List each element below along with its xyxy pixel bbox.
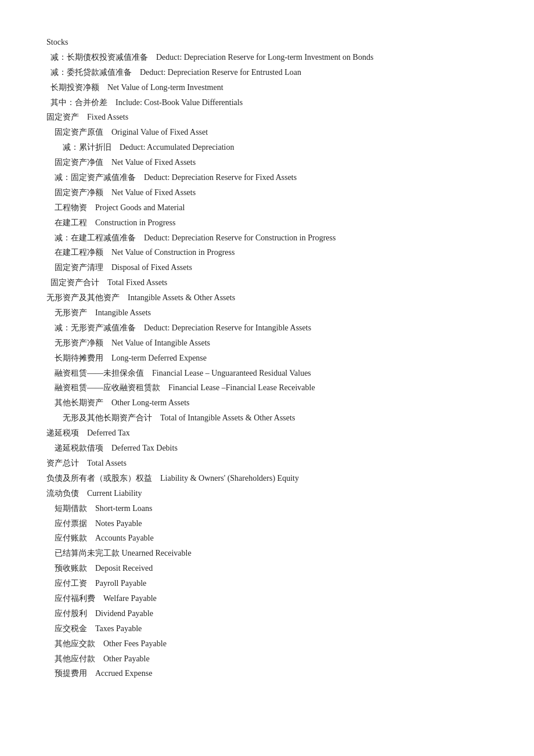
list-item: 减：累计折旧 Deduct: Accumulated Depreciation xyxy=(46,140,488,155)
list-item: 无形及其他长期资产合计 Total of Intangible Assets &… xyxy=(46,411,488,426)
list-item: 递延税项 Deferred Tax xyxy=(46,426,488,441)
list-item: Stocks xyxy=(46,35,488,50)
list-item: 预提费用 Accrued Expense xyxy=(46,666,488,681)
list-item: 其他长期资产 Other Long-term Assets xyxy=(46,395,488,411)
content-area: Stocks 减：长期债权投资减值准备 Deduct: Depreciation… xyxy=(46,35,488,681)
list-item: 已结算尚未完工款 Unearned Receivable xyxy=(46,546,488,561)
list-item: 应付股利 Dividend Payable xyxy=(46,606,488,621)
list-item: 无形资产及其他资产 Intangible Assets & Other Asse… xyxy=(46,290,488,305)
list-item: 固定资产原值 Original Value of Fixed Asset xyxy=(46,125,488,140)
list-item: 无形资产净额 Net Value of Intangible Assets xyxy=(46,336,488,351)
list-item: 其他应交款 Other Fees Payable xyxy=(46,636,488,651)
list-item: 应付工资 Payroll Payable xyxy=(46,576,488,591)
list-item: 流动负债 Current Liability xyxy=(46,486,488,501)
list-item: 减：固定资产减值准备 Deduct: Depreciation Reserve … xyxy=(46,170,488,185)
list-item: 减：无形资产减值准备 Deduct: Depreciation Reserve … xyxy=(46,321,488,336)
list-item: 减：长期债权投资减值准备 Deduct: Depreciation Reserv… xyxy=(46,50,488,65)
list-item: 融资租赁——应收融资租赁款 Financial Lease –Financial… xyxy=(46,380,488,395)
list-item: 固定资产清理 Disposal of Fixed Assets xyxy=(46,260,488,275)
list-item: 应付票据 Notes Payable xyxy=(46,516,488,531)
list-item: 其他应付款 Other Payable xyxy=(46,651,488,667)
list-item: 预收账款 Deposit Received xyxy=(46,561,488,576)
list-item: 应付账款 Accounts Payable xyxy=(46,531,488,546)
list-item: 长期投资净额 Net Value of Long-term Investment xyxy=(46,80,488,95)
list-item: 短期借款 Short-term Loans xyxy=(46,501,488,516)
list-item: 减：委托贷款减值准备 Deduct: Depreciation Reserve … xyxy=(46,65,488,80)
list-item: 固定资产净值 Net Value of Fixed Assets xyxy=(46,155,488,170)
list-item: 在建工程净额 Net Value of Construction in Prog… xyxy=(46,245,488,260)
list-item: 融资租赁——未担保余值 Financial Lease – Unguarante… xyxy=(46,366,488,381)
list-item: 其中：合并价差 Include: Cost-Book Value Differe… xyxy=(46,95,488,110)
list-item: 减：在建工程减值准备 Deduct: Depreciation Reserve … xyxy=(46,231,488,246)
list-item: 工程物资 Project Goods and Material xyxy=(46,200,488,215)
list-item: 负债及所有者（或股东）权益 Liability & Owners' (Share… xyxy=(46,471,488,486)
list-item: 资产总计 Total Assets xyxy=(46,456,488,471)
list-item: 固定资产 Fixed Assets xyxy=(46,110,488,125)
list-item: 长期待摊费用 Long-term Deferred Expense xyxy=(46,351,488,366)
list-item: 递延税款借项 Deferred Tax Debits xyxy=(46,441,488,456)
list-item: 应交税金 Taxes Payable xyxy=(46,621,488,636)
list-item: 固定资产合计 Total Fixed Assets xyxy=(46,275,488,290)
list-item: 在建工程 Construction in Progress xyxy=(46,215,488,231)
list-item: 无形资产 Intangible Assets xyxy=(46,305,488,321)
list-item: 固定资产净额 Net Value of Fixed Assets xyxy=(46,185,488,200)
list-item: 应付福利费 Welfare Payable xyxy=(46,591,488,606)
